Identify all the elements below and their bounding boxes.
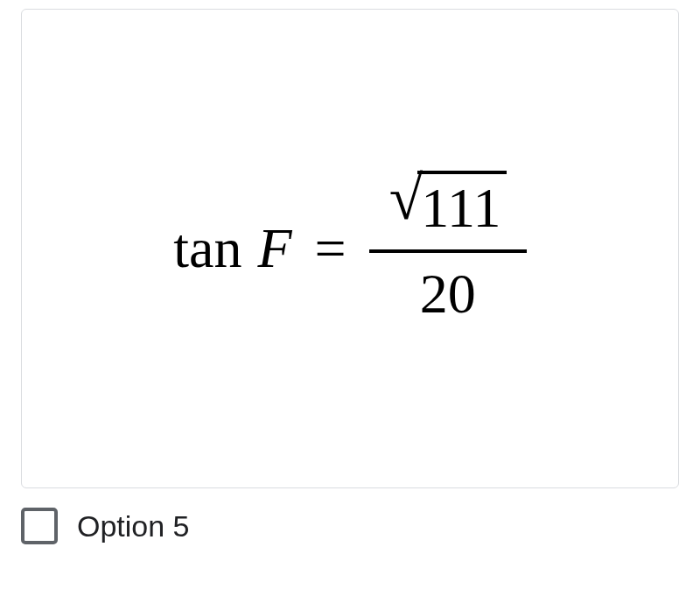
- sqrt-icon: √: [389, 172, 423, 225]
- option-card[interactable]: tan F = √ 111 20: [21, 9, 679, 488]
- fraction: √ 111 20: [369, 171, 527, 326]
- equals-sign: =: [315, 216, 346, 281]
- numerator: √ 111: [384, 171, 512, 246]
- function-name: tan: [173, 216, 242, 281]
- equation-lhs: tan F: [173, 216, 291, 281]
- math-equation: tan F = √ 111 20: [173, 171, 526, 326]
- option-label: Option 5: [77, 509, 190, 543]
- variable: F: [258, 216, 292, 281]
- option-checkbox[interactable]: [21, 508, 58, 544]
- radicand: 111: [417, 171, 506, 241]
- option-row: Option 5: [21, 508, 679, 544]
- square-root: √ 111: [389, 171, 507, 241]
- fraction-line: [369, 249, 527, 253]
- denominator: 20: [415, 256, 481, 326]
